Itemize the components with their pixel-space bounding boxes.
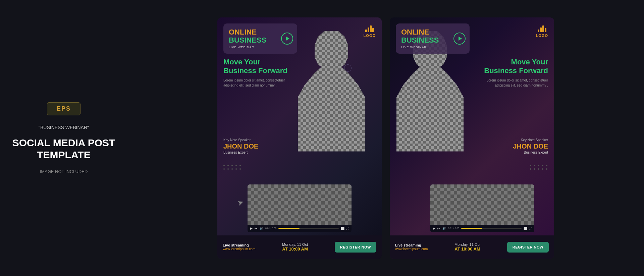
live-webinar-label: LIVE WEBINAR — [229, 46, 292, 49]
dots-grid-1 — [223, 165, 241, 170]
logo-bars-icon-2 — [538, 25, 546, 32]
arrow-deco-1: ➤ — [236, 197, 245, 208]
lorem-text-1: Lorem ipsum dolor sit amet, consectetuer… — [223, 78, 301, 88]
progress-fill-2 — [461, 228, 482, 229]
logo-bars-icon — [365, 25, 374, 32]
logo-text: LOGO — [364, 34, 376, 38]
date-label-2: Monday, 11 Oct — [454, 242, 480, 246]
play-ctrl-icon[interactable]: ▶ — [250, 227, 253, 230]
window-icon[interactable]: ⬜ — [341, 227, 344, 230]
speaker-name-1: JHON DOE — [223, 143, 258, 150]
progress-bar-1[interactable] — [278, 228, 339, 229]
card-2: + LOGO ONLINE BUSINESS LIV — [390, 17, 554, 259]
card-top: ONLINE BUSINESS LIVE WEBINAR — [217, 17, 382, 54]
speaker-title-1: Business Expert — [223, 151, 258, 154]
live-url-1: www.loremipsum.com — [223, 247, 255, 251]
play-button[interactable] — [281, 33, 293, 45]
skip-ctrl-icon-2[interactable]: ⏭ — [437, 227, 440, 230]
play-button-2[interactable] — [453, 33, 466, 45]
speaker-section-2: Key Note Speaker JHON DOE Business Exper… — [513, 138, 548, 154]
left-panel: EPS "BUSINESS WEBINAR" SOCIAL MEDIA POST… — [0, 96, 127, 181]
time-value-2: AT 10:00 AM — [454, 246, 480, 252]
template-title: SOCIAL MEDIA POST TEMPLATE — [12, 137, 115, 161]
date-section-1: Monday, 11 Oct AT 10:00 AM — [282, 242, 308, 252]
bottom-bar-2: Live streaming www.loremipsum.com Monday… — [390, 235, 554, 259]
speaker-name-2: JHON DOE — [513, 143, 548, 150]
live-section-2: Live streaming www.loremipsum.com — [395, 243, 428, 251]
video-player-1[interactable]: ▶ ⏭ 🔊 0:01 / 0:00 ⬜ ⛶ — [248, 184, 352, 232]
move-title-2: Move Your Business Forward — [471, 58, 548, 75]
fullscreen-icon-2[interactable]: ⛶ — [529, 227, 532, 230]
volume-ctrl-icon[interactable]: 🔊 — [260, 227, 263, 230]
date-label-1: Monday, 11 Oct — [282, 242, 308, 246]
logo-area-2: LOGO — [536, 23, 548, 38]
play-ctrl-icon-2[interactable]: ▶ — [433, 227, 435, 230]
video-controls-2: ▶ ⏭ 🔊 0:01 / 0:00 ⬜ ⛶ — [430, 225, 534, 232]
card-content-1: Move Your Business Forward Lorem ipsum d… — [223, 58, 301, 88]
video-preview-2 — [430, 184, 534, 225]
card-top-2: LOGO ONLINE BUSINESS LIVE WEBINAR — [390, 17, 554, 54]
video-preview-1 — [248, 184, 352, 225]
keynote-label-1: Key Note Speaker — [223, 138, 258, 142]
bottom-bar-1: Live streaming www.loremipsum.com Monday… — [217, 235, 382, 259]
progress-bar-2[interactable] — [461, 228, 522, 229]
time-value-1: AT 10:00 AM — [282, 246, 308, 252]
card-1: + ONLINE BUSINESS LIVE WEBINAR — [217, 17, 382, 259]
window-icon-2[interactable]: ⬜ — [524, 227, 527, 230]
skip-ctrl-icon[interactable]: ⏭ — [255, 227, 258, 230]
video-controls-1: ▶ ⏭ 🔊 0:01 / 0:00 ⬜ ⛶ — [248, 225, 352, 232]
register-button-1[interactable]: REGISTER NOW — [335, 242, 376, 253]
logo-area: LOGO — [364, 23, 376, 38]
keynote-label-2: Key Note Speaker — [513, 138, 548, 142]
lorem-text-2: Lorem ipsum dolor sit amet, consectetuer… — [471, 78, 548, 88]
speaker-section-1: Key Note Speaker JHON DOE Business Exper… — [223, 138, 258, 154]
volume-ctrl-icon-2[interactable]: 🔊 — [442, 227, 446, 230]
title-box-wrapper-2: ONLINE BUSINESS LIVE WEBINAR — [396, 23, 470, 54]
live-webinar-label-2: LIVE WEBINAR — [401, 46, 464, 49]
live-url-2: www.loremipsum.com — [395, 247, 428, 251]
webinar-quote: "BUSINESS WEBINAR" — [39, 125, 89, 130]
register-button-2[interactable]: REGISTER NOW — [507, 242, 549, 253]
title-box-wrapper: ONLINE BUSINESS LIVE WEBINAR — [223, 23, 297, 54]
move-title-1: Move Your Business Forward — [223, 58, 301, 75]
live-section-1: Live streaming www.loremipsum.com — [223, 243, 255, 251]
progress-fill-1 — [278, 228, 300, 229]
live-label-1: Live streaming — [223, 243, 255, 247]
date-section-2: Monday, 11 Oct AT 10:00 AM — [454, 242, 480, 252]
speaker-title-2: Business Expert — [513, 151, 548, 154]
dots-grid-2 — [530, 165, 548, 170]
ctrl-icons-1: ⬜ ⛶ — [341, 227, 349, 230]
image-note: IMAGE NOT INCLUDED — [40, 169, 88, 174]
fullscreen-icon[interactable]: ⛶ — [346, 227, 349, 230]
video-player-2[interactable]: ▶ ⏭ 🔊 0:01 / 0:00 ⬜ ⛶ — [430, 184, 534, 232]
play-triangle-icon-2 — [459, 37, 462, 41]
time-label-2: 0:01 / 0:00 — [448, 227, 459, 229]
eps-badge: EPS — [47, 102, 80, 115]
card-content-2: Move Your Business Forward Lorem ipsum d… — [471, 58, 548, 88]
logo-text-2: LOGO — [536, 34, 548, 38]
page-wrapper: EPS "BUSINESS WEBINAR" SOCIAL MEDIA POST… — [0, 0, 644, 276]
time-label-1: 0:01 / 0:00 — [265, 227, 276, 229]
play-triangle-icon — [286, 37, 289, 41]
cards-container: + ONLINE BUSINESS LIVE WEBINAR — [127, 11, 644, 266]
live-label-2: Live streaming — [395, 243, 428, 247]
ctrl-icons-2: ⬜ ⛶ — [524, 227, 532, 230]
